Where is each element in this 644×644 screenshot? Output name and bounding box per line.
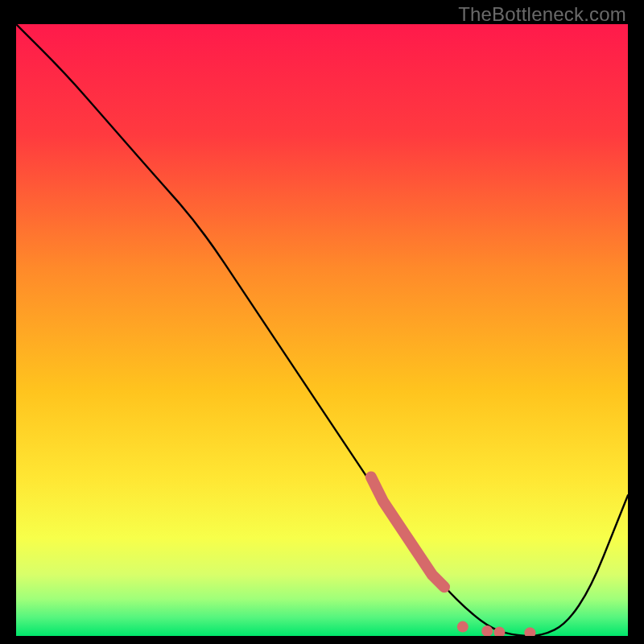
chart-frame (16, 24, 628, 636)
chart-svg (16, 24, 628, 636)
highlight-dot (457, 621, 469, 633)
gradient-background (16, 24, 628, 636)
watermark-text: TheBottleneck.com (458, 3, 626, 26)
